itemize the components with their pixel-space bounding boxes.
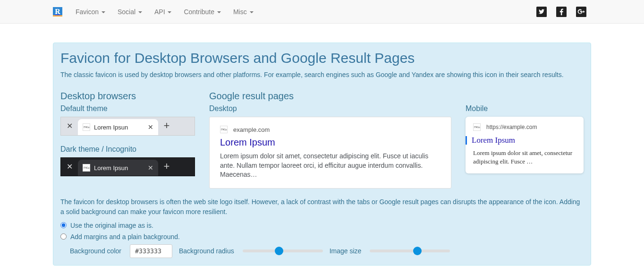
nav-item-contribute[interactable]: Contribute (178, 1, 227, 23)
chevron-down-icon (168, 11, 171, 13)
twitter-link[interactable] (532, 0, 551, 23)
favicon-note: The favicon for desktop browsers is ofte… (60, 197, 584, 217)
accent-bar (466, 136, 467, 145)
mobile-title: Lorem Ipsum (472, 136, 515, 145)
nav-item-favicon[interactable]: Favicon (69, 1, 111, 23)
serp-card: IT4Go example.com Lorem Ipsum Lorem ipsu… (209, 117, 451, 189)
brand-logo[interactable]: R (53, 7, 62, 17)
tab-favicon: IT4Go (83, 123, 90, 131)
favicon-panel: Favicon for Desktop Browsers and Google … (53, 43, 591, 266)
plus-icon: + (158, 157, 175, 176)
tab-favicon: IT4Go (83, 164, 90, 172)
brand-icon: R (53, 7, 62, 17)
google-heading: Google result pages (209, 91, 451, 102)
close-icon: ✕ (61, 116, 78, 135)
desktop-subheading: Desktop (209, 104, 451, 113)
chevron-down-icon (138, 11, 142, 13)
panel-intro: The classic favicon is used by desktop b… (60, 71, 584, 78)
serp-title: Lorem Ipsum (220, 137, 441, 148)
twitter-icon (536, 7, 547, 17)
chevron-down-icon (102, 11, 105, 13)
nav-item-social[interactable]: Social (111, 1, 148, 23)
img-size-label: Image size (330, 247, 362, 255)
browser-tabbar-dark: ✕ IT4Go Lorem Ipsun ✕ + (60, 157, 195, 176)
chevron-down-icon (217, 11, 221, 13)
mobile-serp-card: IT4Go https://example.com Lorem Ipsum Lo… (466, 117, 584, 173)
serp-favicon: IT4Go (473, 123, 481, 131)
facebook-icon (556, 7, 567, 17)
radio-original-label[interactable]: Use the original image as is. (70, 222, 153, 229)
radio-add-margins[interactable] (60, 233, 67, 240)
tab-title: Lorem Ipsun (94, 164, 145, 172)
serp-favicon: IT4Go (220, 126, 228, 133)
default-theme-heading: Default theme (60, 104, 195, 113)
tab-title: Lorem Ipsun (94, 124, 145, 131)
browser-tab: IT4Go Lorem Ipsun ✕ (78, 119, 158, 135)
browser-tabbar-light: ✕ IT4Go Lorem Ipsun ✕ + (60, 117, 195, 136)
radio-margins-label[interactable]: Add margins and a plain background. (70, 233, 180, 241)
close-icon: ✕ (61, 157, 78, 176)
mobile-url: https://example.com (486, 124, 537, 130)
serp-description: Lorem ipsum dolor sit amet, consectetur … (220, 152, 441, 180)
facebook-link[interactable] (551, 0, 571, 23)
dark-theme-heading: Dark theme / Incognito (60, 145, 195, 154)
nav-menu: Favicon Social API Contribute Misc (69, 1, 532, 23)
bg-radius-label: Background radius (179, 247, 234, 255)
browser-tab: IT4Go Lorem Ipsun ✕ (78, 160, 158, 176)
radio-original-image[interactable] (60, 222, 67, 228)
mobile-description: Lorem ipsum dolor sit amet, consectetur … (473, 149, 576, 166)
bg-radius-slider[interactable] (243, 250, 323, 252)
img-size-slider[interactable] (370, 250, 450, 252)
navbar: R Favicon Social API Contribute Misc (0, 0, 644, 24)
nav-item-api[interactable]: API (148, 1, 178, 23)
bg-color-input[interactable] (130, 244, 172, 258)
googleplus-link[interactable] (571, 0, 591, 23)
desktop-browsers-heading: Desktop browsers (60, 91, 195, 102)
nav-item-misc[interactable]: Misc (227, 1, 260, 23)
serp-url: example.com (233, 126, 270, 133)
chevron-down-icon (250, 11, 254, 13)
panel-title: Favicon for Desktop Browsers and Google … (60, 50, 584, 66)
googleplus-icon (576, 7, 586, 17)
close-icon: ✕ (145, 123, 153, 131)
plus-icon: + (158, 116, 175, 135)
mobile-subheading: Mobile (466, 104, 584, 113)
bg-color-label: Background color (70, 247, 121, 255)
close-icon: ✕ (145, 164, 153, 172)
